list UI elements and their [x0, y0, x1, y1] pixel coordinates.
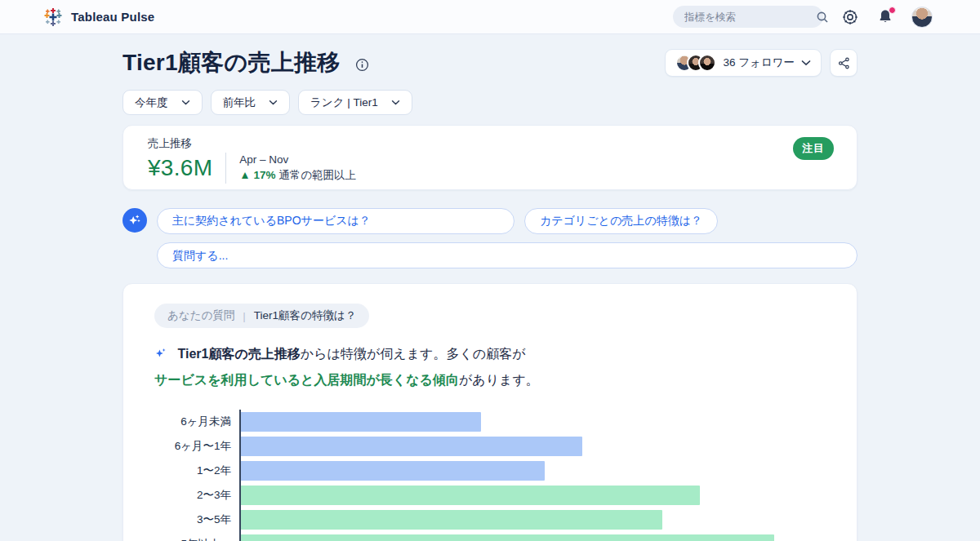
follower-avatar — [698, 54, 716, 72]
divider — [225, 153, 226, 184]
metric-delta: ▲ 17% 通常の範囲以上 — [239, 168, 356, 183]
chart-row: 1〜2年 — [241, 459, 826, 483]
question-separator: | — [243, 310, 246, 322]
qa-insight-card: あなたの質問 | Tier1顧客の特徴は？ Tier1顧客の売上推移からは特徴が… — [122, 283, 858, 541]
chart-bar[interactable] — [241, 510, 662, 530]
filter-label: 前年比 — [223, 95, 256, 110]
share-button[interactable] — [830, 49, 858, 77]
info-icon — [355, 58, 369, 72]
question-text: Tier1顧客の特徴は？ — [254, 308, 356, 323]
chart-category-label: 2〜3年 — [154, 488, 231, 503]
filter-comparison[interactable]: 前年比 — [211, 90, 291, 115]
filter-rank-tier[interactable]: ランク | Tier1 — [298, 90, 412, 115]
metric-info-button[interactable] — [355, 58, 369, 72]
chart-row: 6ヶ月未満 — [241, 410, 826, 434]
sparkle-icon — [127, 213, 142, 228]
chart-bar[interactable] — [241, 461, 545, 481]
user-avatar — [911, 7, 933, 28]
follower-avatars — [675, 54, 716, 72]
status-badge: 注目 — [793, 137, 834, 160]
question-label: あなたの質問 — [167, 308, 234, 323]
metric-search[interactable] — [673, 6, 823, 28]
user-question-pill: あなたの質問 | Tier1顧客の特徴は？ — [154, 304, 369, 328]
brand: Tableau Pulse — [42, 7, 154, 28]
user-menu-button[interactable] — [911, 7, 933, 28]
chart-category-label: 3〜5年 — [154, 512, 231, 527]
answer-text: からは特徴が伺えます。多くの顧客が — [301, 347, 526, 361]
chart-category-label: 5年以上〜 — [154, 537, 231, 541]
chevron-down-icon — [801, 60, 811, 66]
delta-description: 通常の範囲以上 — [278, 169, 356, 181]
metric-value: ¥3.6M — [148, 155, 212, 181]
ai-assistant-button[interactable] — [122, 208, 147, 233]
chart-row: 6ヶ月〜1年 — [241, 434, 826, 459]
search-icon[interactable] — [816, 11, 829, 24]
followers-button[interactable]: 36 フォロワー — [665, 49, 822, 77]
chart-bar[interactable] — [241, 534, 774, 541]
suggested-question-chip-2[interactable]: カテゴリごとの売上の特徴は？ — [524, 208, 718, 234]
metric-summary-card[interactable]: 売上推移 ¥3.6M Apr – Nov ▲ 17% 通常の範囲以上 注目 — [122, 125, 858, 190]
sparkle-icon — [154, 348, 171, 362]
chart-row: 5年以上〜 — [241, 532, 826, 541]
chart-axis — [239, 410, 241, 541]
filter-label: ランク | Tier1 — [310, 95, 378, 110]
answer-bold-text: Tier1顧客の売上推移 — [177, 347, 300, 361]
topbar: Tableau Pulse — [0, 0, 980, 34]
metric-name: 売上推移 — [148, 136, 834, 151]
chart-row: 2〜3年 — [241, 483, 826, 508]
answer-highlight-text: サービスを利用していると入居期間が長くなる傾向 — [154, 373, 459, 387]
filter-time-period[interactable]: 今年度 — [122, 90, 203, 115]
settings-button[interactable] — [841, 8, 859, 26]
share-icon — [837, 56, 851, 70]
chart-category-label: 6ヶ月未満 — [154, 415, 231, 429]
filter-label: 今年度 — [135, 95, 168, 110]
metric-period: Apr – Nov — [239, 153, 356, 166]
ask-question-input[interactable] — [157, 242, 858, 268]
chart-bar[interactable] — [241, 412, 481, 432]
chart-bar[interactable] — [241, 486, 700, 505]
chevron-down-icon — [181, 100, 190, 105]
ai-answer: Tier1顧客の売上推移からは特徴が伺えます。多くの顧客が サービスを利用してい… — [154, 341, 826, 393]
chart-row: 3〜5年 — [241, 508, 826, 532]
tableau-logo-icon — [42, 7, 64, 28]
chart-category-label: 6ヶ月〜1年 — [154, 439, 231, 454]
page-title: Tier1顧客の売上推移 — [122, 47, 341, 78]
app-title: Tableau Pulse — [71, 10, 154, 24]
chart-bar[interactable] — [241, 437, 582, 456]
chevron-down-icon — [391, 100, 400, 105]
gear-icon — [841, 8, 859, 26]
notification-dot — [889, 7, 896, 14]
answer-text: があります。 — [459, 373, 539, 387]
followers-count-label: 36 フォロワー — [723, 55, 795, 70]
ask-ai-block: 主に契約されているBPOサービスは？ カテゴリごとの売上の特徴は？ — [122, 208, 858, 268]
page-header: Tier1顧客の売上推移 36 フォロワー — [122, 47, 858, 78]
filter-bar: 今年度 前年比 ランク | Tier1 — [122, 90, 858, 115]
chart-category-label: 1〜2年 — [154, 463, 231, 478]
suggested-question-chip-1[interactable]: 主に契約されているBPOサービスは？ — [157, 208, 514, 234]
search-input[interactable] — [684, 11, 816, 23]
main-content: Tier1顧客の売上推移 36 フォロワー — [122, 47, 858, 541]
delta-percent: 17% — [253, 169, 275, 181]
delta-up-icon: ▲ — [239, 169, 250, 181]
chevron-down-icon — [269, 100, 278, 105]
bar-chart-rows: 6ヶ月未満6ヶ月〜1年1〜2年2〜3年3〜5年5年以上〜 — [241, 410, 826, 541]
notifications-button[interactable] — [877, 8, 893, 25]
tenure-bar-chart: 6ヶ月未満6ヶ月〜1年1〜2年2〜3年3〜5年5年以上〜 — [154, 410, 826, 541]
